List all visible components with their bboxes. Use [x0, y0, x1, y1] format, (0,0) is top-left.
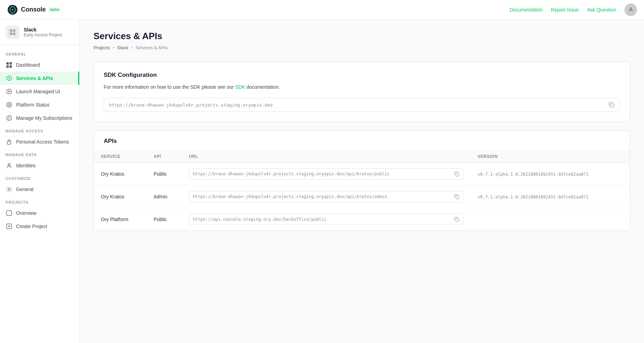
sidebar-item-dashboard[interactable]: Dashboard [0, 58, 79, 72]
layout: Slack Early Access Project GENERAL Dashb… [0, 20, 644, 343]
svg-rect-28 [456, 173, 459, 176]
sdk-url-text: https://brave-dhawan-jkdupxlv4r.projects… [109, 102, 605, 108]
svg-rect-20 [7, 141, 11, 144]
cell-url: https://brave-dhawan-jkdupxlv4r.projects… [182, 185, 471, 208]
services-apis-icon [6, 75, 13, 82]
sidebar-item-label: Manage My Subscriptions [16, 115, 72, 121]
report-issue-link[interactable]: Report Issue [551, 7, 578, 13]
sidebar-item-platform-status[interactable]: Platform Status [0, 98, 79, 111]
sidebar-item-identities[interactable]: Identities [0, 159, 79, 172]
page-title: Services & APIs [94, 31, 630, 42]
breadcrumb-sep-1: • [113, 45, 114, 50]
sidebar-item-label: Platform Status [16, 102, 50, 108]
api-copy-button[interactable] [454, 217, 460, 222]
main-content: Services & APIs Projects • Slack • Servi… [80, 20, 644, 343]
sidebar-item-overview[interactable]: Overview [0, 206, 79, 220]
section-label-general: GENERAL [0, 48, 79, 58]
cell-version: v0.7.1-alpha.1.0.20210801092451-8d7ce62a… [471, 185, 630, 208]
sdk-copy-button[interactable] [608, 102, 615, 108]
col-version: Version [471, 151, 630, 163]
breadcrumb-projects[interactable]: Projects [94, 45, 110, 50]
breadcrumb-current: Services & APIs [135, 45, 168, 50]
svg-marker-15 [8, 90, 10, 93]
sidebar-item-create-project[interactable]: Create Project [0, 220, 79, 233]
svg-rect-8 [13, 32, 15, 35]
svg-rect-7 [10, 32, 12, 35]
section-label-manage-data: MANAGE DATA [0, 148, 79, 159]
sidebar-item-label: Services & APIs [16, 75, 53, 81]
cell-url: https://brave-dhawan-jkdupxlv4r.projects… [182, 163, 471, 185]
svg-point-17 [8, 104, 10, 106]
create-project-icon [6, 223, 13, 230]
logo-area: Console alpha [7, 4, 60, 15]
identities-icon [6, 162, 13, 169]
sidebar-project[interactable]: Slack Early Access Project [0, 20, 79, 45]
breadcrumb-sep-2: • [131, 45, 133, 50]
svg-point-3 [12, 9, 14, 10]
gear-icon [6, 186, 13, 193]
sdk-card-title: SDK Configuration [104, 72, 620, 79]
svg-point-13 [8, 78, 10, 79]
logo-icon [7, 4, 18, 15]
ask-question-link[interactable]: Ask Question [587, 7, 616, 13]
lock-icon [6, 138, 13, 145]
sidebar-item-manage-subscriptions[interactable]: S Manage My Subscriptions [0, 111, 79, 125]
cell-service: Ory Kratos [94, 163, 147, 185]
sdk-config-card: SDK Configuration For more information o… [94, 61, 630, 122]
table-row: Ory KratosPublichttps://brave-dhawan-jkd… [94, 163, 630, 185]
cell-service: Ory Platform [94, 208, 147, 231]
sidebar-item-personal-access-tokens[interactable]: Personal Access Tokens [0, 135, 79, 148]
overview-icon [6, 210, 13, 217]
sidebar-item-label: Personal Access Tokens [16, 139, 69, 145]
apis-card-title: APIs [94, 131, 630, 151]
sidebar-item-label: Create Project [16, 224, 47, 229]
api-copy-button[interactable] [454, 171, 460, 177]
launch-icon [6, 88, 13, 95]
sidebar-item-label: General [16, 187, 34, 192]
project-icon [6, 25, 20, 39]
platform-status-icon [6, 101, 13, 108]
sidebar-item-label: Launch Managed UI [16, 89, 60, 94]
project-info: Slack Early Access Project [24, 27, 62, 37]
section-label-customize: CUSTOMIZE [0, 172, 79, 183]
svg-text:S: S [8, 116, 10, 120]
api-url-text: https://brave-dhawan-jkdupxlv4r.projects… [193, 194, 451, 199]
cell-api: Admin [147, 185, 182, 208]
sidebar-item-services-apis[interactable]: Services & APIs [0, 72, 79, 85]
subscriptions-icon: S [6, 115, 13, 122]
breadcrumb-slack[interactable]: Slack [117, 45, 128, 50]
svg-rect-29 [456, 196, 459, 199]
breadcrumb: Projects • Slack • Services & APIs [94, 45, 630, 50]
svg-rect-4 [8, 28, 17, 36]
sidebar-item-launch-managed-ui[interactable]: Launch Managed UI [0, 85, 79, 98]
cell-service: Ory Kratos [94, 185, 147, 208]
section-label-projects: PROJECTS [0, 196, 79, 206]
cell-url: https://api.console.staging.ory.dev/back… [182, 208, 471, 231]
logo-text: Console [21, 6, 46, 13]
apis-card: APIs Service API URL Version Ory KratosP… [94, 130, 630, 231]
svg-rect-11 [6, 65, 9, 68]
apis-table: Service API URL Version Ory KratosPublic… [94, 151, 630, 231]
slack-icon [8, 28, 17, 36]
sidebar: Slack Early Access Project GENERAL Dashb… [0, 20, 80, 343]
col-url: URL [182, 151, 471, 163]
sidebar-item-label: Identities [16, 163, 36, 168]
col-api: API [147, 151, 182, 163]
sidebar-item-general[interactable]: General [0, 183, 79, 196]
svg-point-21 [8, 163, 10, 166]
cell-version: v0.7.1-alpha.1.0.20210801092451-8d7ce62a… [471, 163, 630, 185]
documentation-link[interactable]: Documentation [510, 7, 542, 13]
top-nav: Console alpha Documentation Report Issue… [0, 0, 644, 20]
copy-icon [454, 194, 460, 199]
table-row: Ory KratosAdminhttps://brave-dhawan-jkdu… [94, 185, 630, 208]
api-copy-button[interactable] [454, 194, 460, 199]
nav-links: Documentation Report Issue Ask Question … [510, 3, 637, 16]
cell-api: Public [147, 208, 182, 231]
sdk-link[interactable]: SDK [235, 84, 245, 90]
svg-rect-30 [456, 218, 459, 221]
sidebar-item-label: Overview [16, 210, 36, 216]
dashboard-icon [6, 61, 13, 68]
avatar[interactable]: A [624, 3, 637, 16]
sdk-description: For more information on how to use the S… [104, 83, 620, 91]
sdk-url-field: https://brave-dhawan-jkdupxlv4r.projects… [104, 98, 620, 112]
